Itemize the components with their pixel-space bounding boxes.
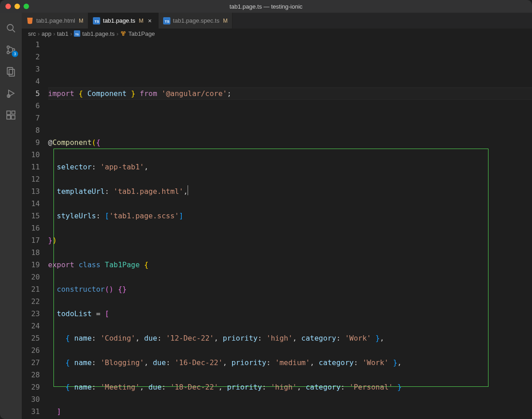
chevron-right-icon: › xyxy=(70,30,72,37)
svg-text:TS: TS xyxy=(95,19,100,24)
svg-rect-6 xyxy=(9,69,15,76)
svg-point-21 xyxy=(123,34,125,36)
ts-file-icon: TS xyxy=(74,30,80,37)
svg-rect-10 xyxy=(7,116,10,119)
window-close-button[interactable] xyxy=(5,4,11,9)
source-control-badge: 3 xyxy=(12,51,18,57)
svg-rect-5 xyxy=(7,67,13,74)
text-cursor xyxy=(188,185,188,195)
tab-modified-indicator: M xyxy=(79,18,83,24)
svg-rect-9 xyxy=(7,111,10,115)
tab-tab1-page-spec-ts[interactable]: TS tab1.page.spec.ts M xyxy=(159,13,233,29)
svg-point-3 xyxy=(7,52,10,54)
line-number-gutter: 1 2 3 4 5 6 7 8 9 10 11 12 13 14 15 16 1 xyxy=(22,39,48,419)
svg-line-1 xyxy=(13,30,15,33)
code-content[interactable]: import { Component } from '@angular/core… xyxy=(48,39,532,419)
traffic-lights xyxy=(0,4,29,9)
window-title: tab1.page.ts — testing-ionic xyxy=(0,3,532,10)
svg-point-0 xyxy=(7,24,13,30)
main-area: 3 tab1.page.html M TS tab1. xyxy=(0,13,532,419)
svg-point-20 xyxy=(124,32,126,34)
extensions-icon[interactable] xyxy=(0,104,22,126)
svg-text:TS: TS xyxy=(164,19,169,24)
tab-label: tab1.page.ts xyxy=(103,17,135,24)
run-debug-icon[interactable] xyxy=(0,82,22,104)
tab-label: tab1.page.spec.ts xyxy=(173,17,220,24)
svg-rect-11 xyxy=(11,116,15,119)
tab-tab1-page-ts[interactable]: TS tab1.page.ts M × xyxy=(88,13,159,29)
chevron-right-icon: › xyxy=(116,30,118,37)
svg-rect-12 xyxy=(12,111,15,114)
svg-text:TS: TS xyxy=(75,33,79,36)
ts-file-icon: TS xyxy=(163,17,170,24)
breadcrumb-part[interactable]: tab1 xyxy=(57,30,68,37)
svg-point-2 xyxy=(7,46,10,48)
breadcrumb-part[interactable]: Tab1Page xyxy=(128,30,155,37)
breadcrumb-part[interactable]: tab1.page.ts xyxy=(82,30,115,37)
source-control-icon[interactable]: 3 xyxy=(0,39,22,61)
editor-window: tab1.page.ts — testing-ionic 3 xyxy=(0,0,532,419)
search-icon[interactable] xyxy=(0,17,22,39)
window-minimize-button[interactable] xyxy=(15,4,20,9)
class-icon xyxy=(120,30,126,37)
tab-label: tab1.page.html xyxy=(36,17,75,24)
html-file-icon xyxy=(26,17,34,24)
breadcrumb-part[interactable]: app xyxy=(42,30,52,37)
tab-modified-indicator: M xyxy=(223,18,227,24)
ts-file-icon: TS xyxy=(93,17,100,24)
code-editor[interactable]: 1 2 3 4 5 6 7 8 9 10 11 12 13 14 15 16 1 xyxy=(22,39,532,419)
window-maximize-button[interactable] xyxy=(24,4,29,9)
titlebar[interactable]: tab1.page.ts — testing-ionic xyxy=(0,0,532,13)
tab-tab1-page-html[interactable]: tab1.page.html M xyxy=(22,13,88,29)
explorer-icon[interactable] xyxy=(0,61,22,82)
chevron-right-icon: › xyxy=(38,30,39,37)
tab-modified-indicator: M xyxy=(139,18,144,24)
close-icon[interactable]: × xyxy=(146,17,154,24)
svg-point-19 xyxy=(121,32,123,34)
breadcrumb[interactable]: src › app › tab1 › TS tab1.page.ts › Tab… xyxy=(22,29,532,39)
editor-area: tab1.page.html M TS tab1.page.ts M × TS … xyxy=(22,13,532,419)
tab-bar: tab1.page.html M TS tab1.page.ts M × TS … xyxy=(22,13,532,29)
activity-bar: 3 xyxy=(0,13,22,419)
breadcrumb-part[interactable]: src xyxy=(28,30,36,37)
chevron-right-icon: › xyxy=(53,30,55,37)
